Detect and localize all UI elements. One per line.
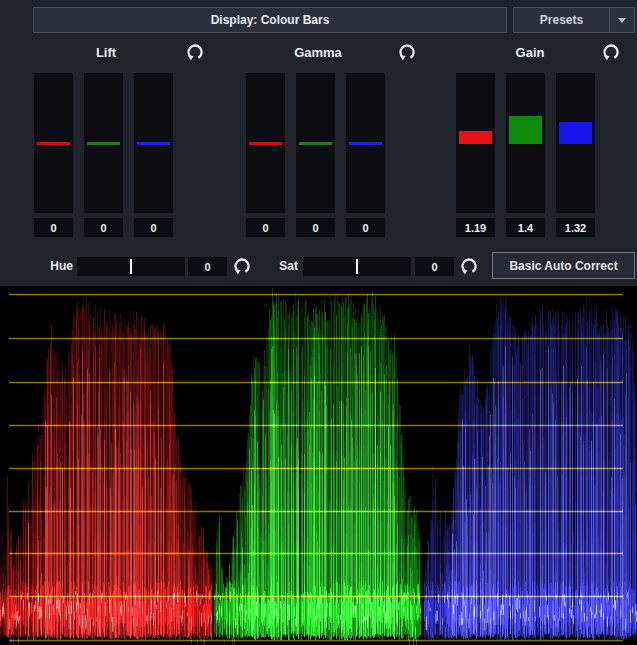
- display-source-label: Display: Colour Bars: [211, 13, 330, 27]
- gamma-green-value[interactable]: 0: [296, 218, 335, 237]
- basic-auto-correct-label: Basic Auto Correct: [509, 259, 617, 273]
- lift-green-slider[interactable]: [84, 73, 123, 213]
- lift-green-handle[interactable]: [87, 142, 120, 145]
- presets-dropdown-toggle[interactable]: [609, 8, 634, 32]
- gain-blue-handle[interactable]: [559, 122, 592, 144]
- lift-blue-value[interactable]: 0: [134, 218, 173, 237]
- sat-label: Sat: [255, 259, 298, 273]
- lift-red-slider[interactable]: [34, 73, 73, 213]
- waveform-scope: [0, 286, 637, 645]
- gamma-blue-slider[interactable]: [346, 73, 385, 213]
- gamma-blue-value[interactable]: 0: [346, 218, 385, 237]
- lift-green-value[interactable]: 0: [84, 218, 123, 237]
- lift-red-handle[interactable]: [37, 142, 70, 145]
- lift-reset-icon[interactable]: [185, 42, 205, 62]
- gain-red-value[interactable]: 1.19: [456, 218, 495, 237]
- sat-slider[interactable]: [303, 257, 411, 276]
- gamma-red-handle[interactable]: [249, 142, 282, 145]
- display-source-button[interactable]: Display: Colour Bars: [33, 7, 507, 33]
- gain-reset-icon[interactable]: [601, 42, 621, 62]
- gamma-blue-handle[interactable]: [349, 142, 382, 145]
- hue-slider-handle[interactable]: [130, 259, 132, 274]
- sat-reset-icon[interactable]: [459, 256, 479, 276]
- gain-red-slider[interactable]: [456, 73, 495, 213]
- lift-red-value[interactable]: 0: [34, 218, 73, 237]
- sat-value[interactable]: 0: [415, 257, 454, 276]
- gain-blue-value[interactable]: 1.32: [556, 218, 595, 237]
- basic-auto-correct-button[interactable]: Basic Auto Correct: [492, 252, 635, 279]
- lift-section-label: Lift: [0, 45, 212, 60]
- hue-label: Hue: [30, 259, 73, 273]
- sat-slider-handle[interactable]: [356, 259, 358, 274]
- gamma-red-value[interactable]: 0: [246, 218, 285, 237]
- presets-button[interactable]: Presets: [513, 7, 635, 33]
- presets-label: Presets: [514, 13, 609, 27]
- hue-slider[interactable]: [77, 257, 185, 276]
- gamma-red-slider[interactable]: [246, 73, 285, 213]
- gain-blue-slider[interactable]: [556, 73, 595, 213]
- gamma-reset-icon[interactable]: [397, 42, 417, 62]
- hue-value[interactable]: 0: [188, 257, 227, 276]
- colour-correction-panel: Display: Colour Bars Presets Lift Gamma …: [0, 0, 637, 645]
- gamma-green-slider[interactable]: [296, 73, 335, 213]
- gamma-section-label: Gamma: [212, 45, 424, 60]
- lift-blue-slider[interactable]: [134, 73, 173, 213]
- lift-blue-handle[interactable]: [137, 142, 170, 145]
- gain-green-value[interactable]: 1.4: [506, 218, 545, 237]
- gamma-green-handle[interactable]: [299, 142, 332, 145]
- chevron-down-icon: [618, 18, 626, 23]
- gain-red-handle[interactable]: [459, 131, 492, 144]
- gain-green-slider[interactable]: [506, 73, 545, 213]
- hue-reset-icon[interactable]: [232, 256, 252, 276]
- gain-green-handle[interactable]: [509, 116, 542, 144]
